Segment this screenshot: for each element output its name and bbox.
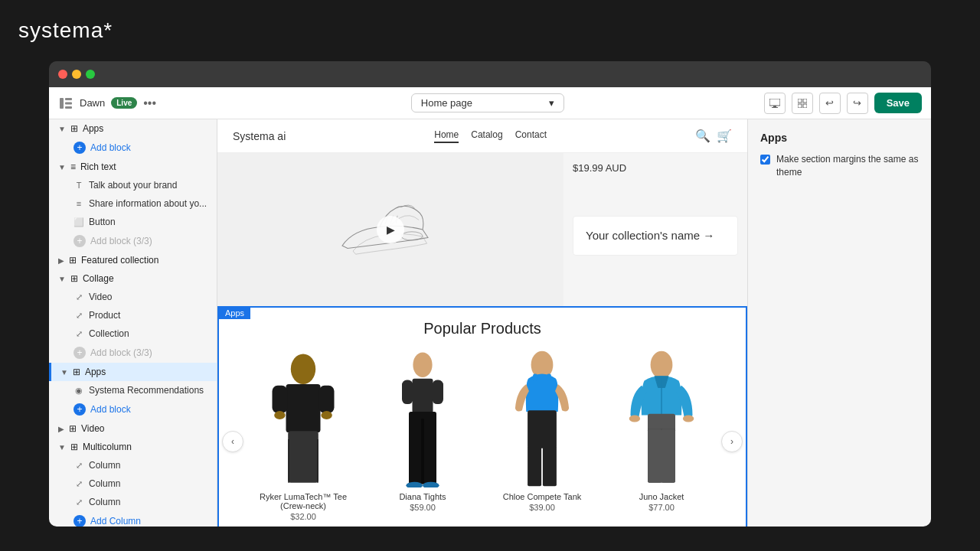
svg-rect-2 <box>65 102 72 104</box>
apps-icon: ⊞ <box>70 123 78 134</box>
cart-icon[interactable]: 🛒 <box>717 129 732 143</box>
sidebar-featured-collection-label: Featured collection <box>81 255 158 266</box>
add-block-33-label: Add block (3/3) <box>90 236 152 246</box>
svg-point-37 <box>629 416 640 422</box>
grid-icon[interactable] <box>792 93 813 114</box>
button-label: Button <box>89 217 116 227</box>
store-nav: Home Catalog Contact <box>434 129 547 143</box>
save-button[interactable]: Save <box>874 93 922 113</box>
column-3-label: Column <box>89 497 120 507</box>
apps-mid-items: ◉ Systema Recommendations + Add block <box>49 381 217 419</box>
svg-rect-0 <box>60 98 64 109</box>
resize-icon: ⤢ <box>74 497 84 507</box>
svg-rect-34 <box>543 446 557 486</box>
play-button[interactable]: ▶ <box>377 216 404 243</box>
svg-point-17 <box>321 411 332 419</box>
price-tag: $19.99 AUD <box>573 162 738 174</box>
toolbar-right: ↩ ↪ Save <box>764 93 922 114</box>
nav-home[interactable]: Home <box>434 129 459 143</box>
svg-rect-26 <box>421 419 424 484</box>
sidebar-item-button[interactable]: ⬜ Button <box>64 213 217 231</box>
sidebar-column-1[interactable]: ⤢ Column <box>64 456 217 474</box>
rich-text-icon: ≡ <box>70 161 76 172</box>
expand-icon: ▼ <box>60 368 68 377</box>
toolbar-center: Home page ▾ <box>217 93 758 112</box>
sidebar-collage-collection[interactable]: ⤢ Collection <box>64 324 217 343</box>
collection-name-box[interactable]: Your collection's name → <box>573 216 738 256</box>
make-margins-checkbox[interactable] <box>760 155 770 165</box>
product-price-1: $32.00 <box>247 512 360 521</box>
add-block-apps-mid[interactable]: + Add block <box>64 399 217 419</box>
carousel-prev-button[interactable]: ‹ <box>222 431 243 452</box>
browser-window: Dawn Live ••• Home page ▾ ↩ ↪ Save <box>49 61 931 527</box>
sidebar-column-3[interactable]: ⤢ Column <box>64 493 217 511</box>
sidebar-section-apps-top[interactable]: ▼ ⊞ Apps <box>49 119 217 138</box>
sidebar-item-talk-about-brand[interactable]: T Talk about your brand <box>64 176 217 194</box>
svg-rect-6 <box>772 107 778 108</box>
collage-icon: ⊞ <box>70 273 78 284</box>
canvas-scroll[interactable]: Systema ai Home Catalog Contact 🔍 🛒 <box>217 119 747 527</box>
sidebar-item-share-info[interactable]: ≡ Share information about yo... <box>64 194 217 213</box>
expand-icon: ▼ <box>58 163 66 171</box>
sidebar-column-2[interactable]: ⤢ Column <box>64 474 217 493</box>
resize-icon: ⤢ <box>74 310 84 321</box>
make-margins-checkbox-label: Make section margins the same as theme <box>776 153 919 179</box>
add-column-button[interactable]: + Add Column <box>64 511 217 527</box>
talk-about-brand-label: Talk about your brand <box>89 180 177 191</box>
sidebar-section-collage[interactable]: ▼ ⊞ Collage <box>49 269 217 288</box>
add-block-label: Add block <box>90 142 131 153</box>
store-header: Systema ai Home Catalog Contact 🔍 🛒 <box>217 119 747 153</box>
redo-button[interactable]: ↪ <box>847 93 868 114</box>
search-icon[interactable]: 🔍 <box>695 129 710 143</box>
sidebar-section-video[interactable]: ▶ ⊞ Video <box>49 419 217 438</box>
expand-icon: ▶ <box>58 256 64 265</box>
collage-product-label: Product <box>89 310 120 321</box>
sidebar-section-rich-text[interactable]: ▼ ≡ Rich text <box>49 158 217 176</box>
svg-rect-24 <box>433 380 443 404</box>
top-bar: systema* <box>0 0 980 61</box>
svg-rect-14 <box>273 386 288 413</box>
column-2-label: Column <box>89 478 120 489</box>
sidebar-section-featured-collection[interactable]: ▶ ⊞ Featured collection <box>49 251 217 269</box>
share-info-label: Share information about yo... <box>89 198 207 209</box>
more-options-button[interactable]: ••• <box>143 96 156 110</box>
product-image-2 <box>366 350 479 487</box>
svg-rect-33 <box>528 446 541 486</box>
hero-area: ▶ $19.99 AUD Your collection's name → <box>217 153 747 306</box>
sidebar-systema-recommendations-1[interactable]: ◉ Systema Recommendations <box>64 381 217 399</box>
plus-icon-disabled: + <box>74 347 86 359</box>
collage-add-block-label: Add block (3/3) <box>90 347 152 358</box>
sidebar-section-multicolumn[interactable]: ▼ ⊞ Multicolumn <box>49 438 217 456</box>
device-toggle-button[interactable] <box>764 93 786 114</box>
product-image-3 <box>485 350 599 487</box>
close-button[interactable] <box>58 70 67 79</box>
page-selector[interactable]: Home page ▾ <box>411 93 564 112</box>
minimize-button[interactable] <box>72 70 81 79</box>
svg-rect-1 <box>65 98 72 100</box>
svg-rect-31 <box>547 374 550 381</box>
expand-icon: ▼ <box>58 125 66 133</box>
nav-contact[interactable]: Contact <box>515 129 547 143</box>
sidebar-toggle-button[interactable] <box>58 96 74 111</box>
svg-rect-20 <box>317 439 318 483</box>
chevron-down-icon: ▾ <box>549 97 554 109</box>
sidebar-collage-product[interactable]: ⤢ Product <box>64 306 217 324</box>
right-panel-title: Apps <box>760 132 919 144</box>
sidebar-multicolumn-label: Multicolumn <box>83 442 132 452</box>
sidebar-collage-label: Collage <box>83 273 114 284</box>
hero-sidebar: $19.99 AUD Your collection's name → <box>564 153 747 306</box>
nav-catalog[interactable]: Catalog <box>471 129 502 143</box>
products-carousel: ‹ <box>219 350 746 527</box>
svg-rect-10 <box>803 104 807 108</box>
add-block-apps-top[interactable]: + Add block <box>64 138 217 158</box>
add-column-label: Add Column <box>90 516 141 527</box>
carousel-next-button[interactable]: › <box>721 431 743 452</box>
make-margins-checkbox-row: Make section margins the same as theme <box>760 153 919 179</box>
svg-rect-30 <box>533 374 537 381</box>
live-badge: Live <box>111 97 137 109</box>
sidebar-section-apps-mid[interactable]: ▼ ⊞ Apps <box>49 363 217 381</box>
sidebar-collage-video[interactable]: ⤢ Video <box>64 288 217 306</box>
svg-rect-7 <box>798 99 802 103</box>
undo-button[interactable]: ↩ <box>819 93 841 114</box>
maximize-button[interactable] <box>86 70 95 79</box>
